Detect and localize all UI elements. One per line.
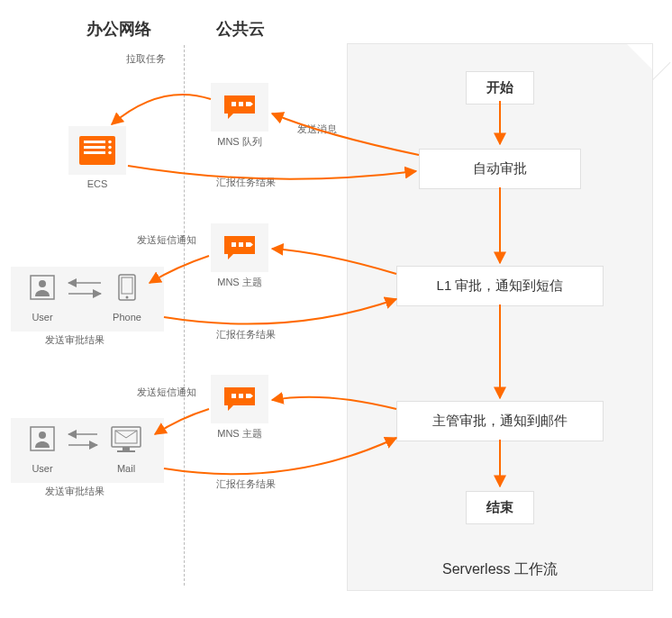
workflow-step-start: 开始 — [466, 71, 534, 105]
node-mail-label: Mail — [117, 463, 135, 474]
workflow-step-mgr: 主管审批，通知到邮件 — [396, 401, 604, 441]
node-user-2: User — [22, 418, 63, 474]
node-phone: Phone — [106, 267, 148, 323]
heading-office: 办公网络 — [86, 18, 151, 40]
workflow-step-l1: L1 审批，通知到短信 — [396, 266, 604, 306]
edge-label-poll-task: 拉取任务 — [126, 52, 166, 66]
user-icon — [22, 267, 63, 308]
svg-rect-7 — [232, 102, 236, 106]
svg-rect-1 — [84, 141, 105, 143]
node-mns-topic-2: MNS 主题 — [211, 375, 268, 441]
ecs-icon — [68, 126, 126, 175]
workflow-step-end: 结束 — [466, 491, 534, 524]
region-caption-1: 发送审批结果 — [45, 333, 104, 347]
svg-point-14 — [39, 280, 46, 287]
user-icon — [22, 418, 63, 459]
node-mns-topic-2-label: MNS 主题 — [217, 427, 262, 441]
svg-rect-8 — [239, 102, 243, 106]
svg-point-6 — [108, 151, 112, 155]
svg-point-5 — [108, 146, 112, 150]
edge-label-report-3: 汇报任务结果 — [216, 477, 276, 491]
svg-rect-9 — [232, 242, 236, 247]
edge-label-send-sms-1: 发送短信通知 — [137, 233, 196, 247]
region-caption-2: 发送审批结果 — [45, 485, 104, 498]
mns-topic-icon — [211, 375, 268, 423]
svg-rect-22 — [123, 447, 130, 450]
node-phone-label: Phone — [113, 312, 141, 323]
node-user-1: User — [22, 267, 63, 323]
mns-queue-icon — [211, 83, 268, 132]
svg-rect-23 — [117, 450, 135, 452]
edge-label-send-sms-2: 发送短信通知 — [137, 386, 196, 399]
node-ecs-label: ECS — [87, 178, 108, 189]
node-mns-queue-label: MNS 队列 — [217, 135, 262, 149]
phone-icon — [106, 267, 148, 308]
svg-rect-20 — [112, 427, 141, 447]
node-ecs: ECS — [68, 126, 126, 189]
edge-label-report-1: 汇报任务结果 — [216, 176, 276, 189]
node-user-2-label: User — [32, 463, 52, 474]
node-mns-topic-1: MNS 主题 — [211, 223, 268, 289]
svg-rect-11 — [232, 394, 236, 398]
edge-label-send-msg: 发送消息 — [297, 123, 337, 136]
svg-point-4 — [108, 141, 112, 144]
edge-label-report-2: 汇报任务结果 — [216, 328, 276, 341]
workflow-title: Serverless 工作流 — [442, 560, 558, 579]
svg-rect-3 — [84, 151, 105, 154]
svg-rect-2 — [84, 146, 105, 149]
mail-icon — [101, 418, 151, 459]
workflow-container: 开始 自动审批 L1 审批，通知到短信 主管审批，通知到邮件 结束 Server… — [347, 43, 653, 591]
node-mns-queue: MNS 队列 — [211, 83, 268, 149]
svg-rect-16 — [122, 277, 132, 294]
svg-point-17 — [126, 296, 129, 299]
heading-cloud: 公共云 — [216, 18, 265, 40]
svg-rect-10 — [239, 242, 243, 247]
node-mns-topic-1-label: MNS 主题 — [217, 276, 262, 289]
svg-point-19 — [39, 432, 46, 439]
node-user-1-label: User — [32, 312, 52, 323]
svg-rect-12 — [239, 394, 243, 398]
node-mail: Mail — [101, 418, 151, 474]
network-divider — [184, 45, 185, 586]
mns-topic-icon — [211, 223, 268, 272]
workflow-step-auto-approve: 自动审批 — [419, 149, 581, 189]
